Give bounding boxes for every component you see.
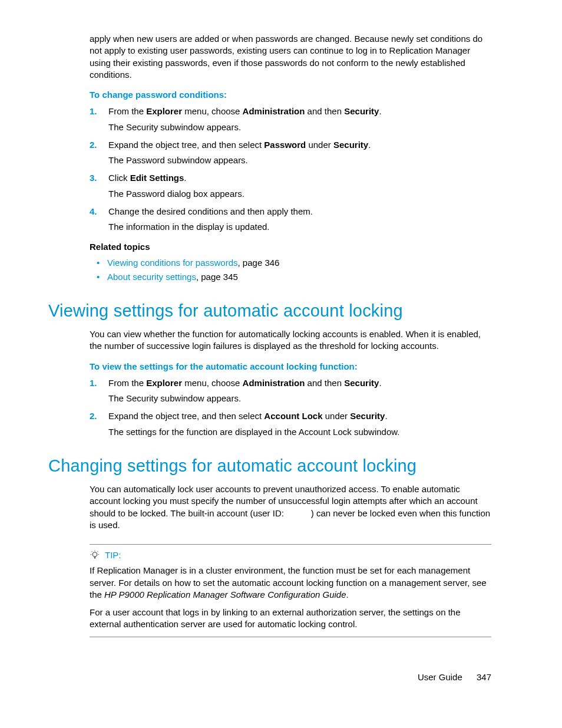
viewing-intro: You can view whether the function for au… <box>90 328 491 353</box>
step-sub: The Password dialog box appears. <box>108 188 491 200</box>
tip-paragraph: If Replication Manager is in a cluster e… <box>90 565 491 601</box>
step: From the Explorer menu, choose Administr… <box>90 106 491 133</box>
procedure-heading: To view the settings for the automatic a… <box>90 361 491 373</box>
tip-label: TIP: <box>105 549 121 561</box>
step: Expand the object tree, and then select … <box>90 139 491 167</box>
related-link[interactable]: Viewing conditions for passwords <box>107 258 238 268</box>
related-topics-heading: Related topics <box>90 241 491 253</box>
procedure-steps: From the Explorer menu, choose Administr… <box>90 377 491 438</box>
step-sub: The Security subwindow appears. <box>108 393 491 404</box>
step: Expand the object tree, and then select … <box>90 410 491 438</box>
step-sub: The Password subwindow appears. <box>108 154 491 166</box>
step: From the Explorer menu, choose Administr… <box>90 377 491 405</box>
related-topics-list: Viewing conditions for passwords, page 3… <box>90 257 491 284</box>
procedure-heading: To change password conditions: <box>90 89 491 101</box>
step: Change the desired conditions and then a… <box>90 206 491 233</box>
step-sub: The settings for the function are displa… <box>108 426 491 438</box>
intro-block: apply when new users are added or when p… <box>90 33 491 283</box>
page: apply when new users are added or when p… <box>0 0 562 728</box>
section-heading-changing: Changing settings for automatic account … <box>48 454 491 477</box>
procedure-steps: From the Explorer menu, choose Administr… <box>90 106 491 233</box>
divider <box>90 544 491 545</box>
divider <box>90 637 491 637</box>
svg-line-6 <box>98 551 98 552</box>
svg-point-0 <box>92 552 97 557</box>
step-sub: The information in the display is update… <box>108 221 491 233</box>
page-footer: User Guide 347 <box>418 671 491 683</box>
lightbulb-icon <box>90 550 100 561</box>
intro-paragraph: apply when new users are added or when p… <box>90 33 491 81</box>
step: Click Edit Settings. The Password dialog… <box>90 172 491 200</box>
related-link[interactable]: About security settings <box>107 272 196 282</box>
page-number: 347 <box>477 672 491 682</box>
changing-intro: You can automatically lock user accounts… <box>90 483 491 531</box>
footer-label: User Guide <box>418 672 462 682</box>
svg-line-5 <box>92 551 92 552</box>
changing-block: You can automatically lock user accounts… <box>90 483 491 531</box>
list-item: Viewing conditions for passwords, page 3… <box>90 257 491 269</box>
section-heading-viewing: Viewing settings for automatic account l… <box>48 299 491 322</box>
viewing-block: You can view whether the function for au… <box>90 328 491 438</box>
step-sub: The Security subwindow appears. <box>108 121 491 133</box>
tip-block: TIP: If Replication Manager is in a clus… <box>90 544 491 637</box>
list-item: About security settings, page 345 <box>90 271 491 283</box>
tip-header: TIP: <box>90 549 491 561</box>
tip-paragraph: For a user account that logs in by linki… <box>90 607 491 631</box>
